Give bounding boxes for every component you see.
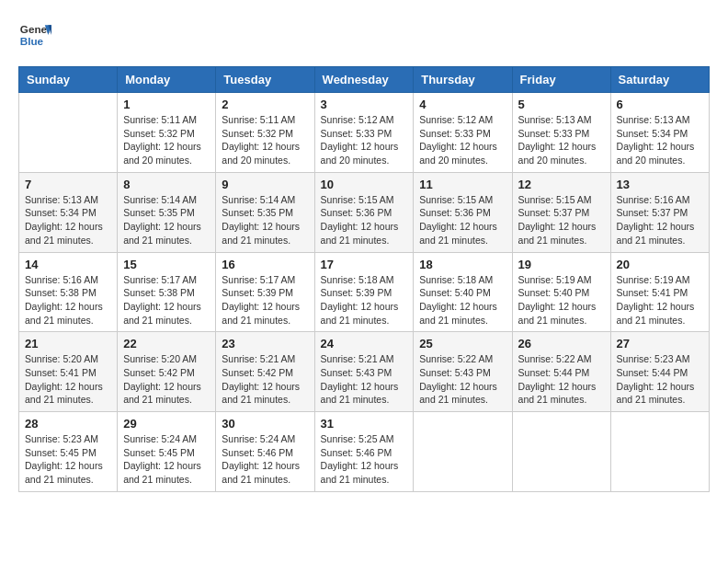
calendar-cell: 12Sunrise: 5:15 AM Sunset: 5:37 PM Dayli… [512,172,610,252]
calendar-cell: 14Sunrise: 5:16 AM Sunset: 5:38 PM Dayli… [19,252,118,332]
day-number: 3 [321,98,408,111]
weekday-header-friday: Friday [512,67,610,93]
day-info: Sunrise: 5:24 AM Sunset: 5:45 PM Dayligh… [123,432,210,487]
calendar-cell: 29Sunrise: 5:24 AM Sunset: 5:45 PM Dayli… [118,412,216,492]
day-number: 19 [518,258,605,271]
day-number: 9 [222,178,308,191]
day-info: Sunrise: 5:25 AM Sunset: 5:46 PM Dayligh… [321,432,408,487]
calendar-week-row: 14Sunrise: 5:16 AM Sunset: 5:38 PM Dayli… [19,252,710,332]
page-header: General Blue [18,18,710,52]
weekday-header-saturday: Saturday [610,67,709,93]
calendar-cell: 27Sunrise: 5:23 AM Sunset: 5:44 PM Dayli… [610,332,709,412]
day-info: Sunrise: 5:15 AM Sunset: 5:36 PM Dayligh… [321,193,408,247]
day-number: 24 [321,337,408,350]
day-info: Sunrise: 5:12 AM Sunset: 5:33 PM Dayligh… [321,113,408,167]
calendar-cell: 3Sunrise: 5:12 AM Sunset: 5:33 PM Daylig… [314,93,414,173]
day-number: 21 [25,337,111,350]
day-info: Sunrise: 5:19 AM Sunset: 5:41 PM Dayligh… [617,273,703,327]
calendar-cell: 11Sunrise: 5:15 AM Sunset: 5:36 PM Dayli… [414,172,512,252]
day-info: Sunrise: 5:22 AM Sunset: 5:43 PM Dayligh… [419,352,506,407]
calendar-cell: 13Sunrise: 5:16 AM Sunset: 5:37 PM Dayli… [610,172,709,252]
calendar-cell: 21Sunrise: 5:20 AM Sunset: 5:41 PM Dayli… [19,332,118,412]
weekday-header-sunday: Sunday [19,67,118,93]
calendar-cell [19,93,118,173]
calendar-cell: 20Sunrise: 5:19 AM Sunset: 5:41 PM Dayli… [610,252,709,332]
calendar-cell: 2Sunrise: 5:11 AM Sunset: 5:32 PM Daylig… [216,93,314,173]
day-number: 30 [222,417,308,431]
calendar-week-row: 28Sunrise: 5:23 AM Sunset: 5:45 PM Dayli… [19,412,710,492]
day-info: Sunrise: 5:20 AM Sunset: 5:42 PM Dayligh… [123,352,210,407]
calendar-cell: 1Sunrise: 5:11 AM Sunset: 5:32 PM Daylig… [118,93,216,173]
day-info: Sunrise: 5:21 AM Sunset: 5:43 PM Dayligh… [321,352,408,407]
calendar-cell: 19Sunrise: 5:19 AM Sunset: 5:40 PM Dayli… [512,252,610,332]
calendar-cell: 8Sunrise: 5:14 AM Sunset: 5:35 PM Daylig… [118,172,216,252]
weekday-header-wednesday: Wednesday [314,67,414,93]
day-info: Sunrise: 5:15 AM Sunset: 5:37 PM Dayligh… [518,193,605,247]
day-number: 6 [617,98,703,111]
svg-text:Blue: Blue [20,35,44,47]
day-number: 20 [617,258,703,271]
day-number: 4 [419,98,506,111]
day-number: 22 [123,337,210,350]
day-info: Sunrise: 5:13 AM Sunset: 5:33 PM Dayligh… [518,113,605,167]
day-info: Sunrise: 5:16 AM Sunset: 5:38 PM Dayligh… [25,273,111,327]
calendar-cell: 7Sunrise: 5:13 AM Sunset: 5:34 PM Daylig… [19,172,118,252]
calendar-cell: 24Sunrise: 5:21 AM Sunset: 5:43 PM Dayli… [314,332,414,412]
day-info: Sunrise: 5:18 AM Sunset: 5:40 PM Dayligh… [419,273,506,327]
day-info: Sunrise: 5:11 AM Sunset: 5:32 PM Dayligh… [123,113,210,167]
day-info: Sunrise: 5:11 AM Sunset: 5:32 PM Dayligh… [222,113,308,167]
calendar-cell: 4Sunrise: 5:12 AM Sunset: 5:33 PM Daylig… [414,93,512,173]
day-info: Sunrise: 5:12 AM Sunset: 5:33 PM Dayligh… [419,113,506,167]
day-number: 28 [25,417,111,431]
day-number: 2 [222,98,308,111]
calendar-cell: 25Sunrise: 5:22 AM Sunset: 5:43 PM Dayli… [414,332,512,412]
calendar-cell: 16Sunrise: 5:17 AM Sunset: 5:39 PM Dayli… [216,252,314,332]
weekday-header-monday: Monday [118,67,216,93]
day-number: 12 [518,178,605,191]
day-number: 5 [518,98,605,111]
day-number: 11 [419,178,506,191]
calendar-cell: 23Sunrise: 5:21 AM Sunset: 5:42 PM Dayli… [216,332,314,412]
day-info: Sunrise: 5:17 AM Sunset: 5:39 PM Dayligh… [222,273,308,327]
day-info: Sunrise: 5:13 AM Sunset: 5:34 PM Dayligh… [617,113,703,167]
day-number: 10 [321,178,408,191]
day-number: 25 [419,337,506,350]
weekday-header-tuesday: Tuesday [216,67,314,93]
day-number: 15 [123,258,210,271]
day-info: Sunrise: 5:20 AM Sunset: 5:41 PM Dayligh… [25,352,111,407]
day-number: 8 [123,178,210,191]
day-info: Sunrise: 5:17 AM Sunset: 5:38 PM Dayligh… [123,273,210,327]
logo-icon: General Blue [18,18,51,52]
calendar-cell: 15Sunrise: 5:17 AM Sunset: 5:38 PM Dayli… [118,252,216,332]
calendar-cell [512,412,610,492]
day-number: 26 [518,337,605,350]
calendar-cell: 22Sunrise: 5:20 AM Sunset: 5:42 PM Dayli… [118,332,216,412]
day-info: Sunrise: 5:23 AM Sunset: 5:44 PM Dayligh… [617,352,703,407]
day-info: Sunrise: 5:13 AM Sunset: 5:34 PM Dayligh… [25,193,111,247]
calendar-week-row: 21Sunrise: 5:20 AM Sunset: 5:41 PM Dayli… [19,332,710,412]
day-number: 7 [25,178,111,191]
logo: General Blue [18,18,51,52]
day-info: Sunrise: 5:18 AM Sunset: 5:39 PM Dayligh… [321,273,408,327]
day-number: 29 [123,417,210,431]
day-number: 14 [25,258,111,271]
calendar-cell [610,412,709,492]
day-number: 23 [222,337,308,350]
day-info: Sunrise: 5:23 AM Sunset: 5:45 PM Dayligh… [25,432,111,487]
day-info: Sunrise: 5:24 AM Sunset: 5:46 PM Dayligh… [222,432,308,487]
calendar-cell: 5Sunrise: 5:13 AM Sunset: 5:33 PM Daylig… [512,93,610,173]
weekday-header-thursday: Thursday [414,67,512,93]
day-number: 18 [419,258,506,271]
day-info: Sunrise: 5:19 AM Sunset: 5:40 PM Dayligh… [518,273,605,327]
day-info: Sunrise: 5:15 AM Sunset: 5:36 PM Dayligh… [419,193,506,247]
calendar-cell: 17Sunrise: 5:18 AM Sunset: 5:39 PM Dayli… [314,252,414,332]
weekday-header-row: SundayMondayTuesdayWednesdayThursdayFrid… [19,67,710,93]
day-number: 17 [321,258,408,271]
calendar-cell: 9Sunrise: 5:14 AM Sunset: 5:35 PM Daylig… [216,172,314,252]
calendar-cell: 30Sunrise: 5:24 AM Sunset: 5:46 PM Dayli… [216,412,314,492]
day-number: 13 [617,178,703,191]
day-info: Sunrise: 5:21 AM Sunset: 5:42 PM Dayligh… [222,352,308,407]
day-info: Sunrise: 5:16 AM Sunset: 5:37 PM Dayligh… [617,193,703,247]
calendar-week-row: 7Sunrise: 5:13 AM Sunset: 5:34 PM Daylig… [19,172,710,252]
calendar-cell: 31Sunrise: 5:25 AM Sunset: 5:46 PM Dayli… [314,412,414,492]
